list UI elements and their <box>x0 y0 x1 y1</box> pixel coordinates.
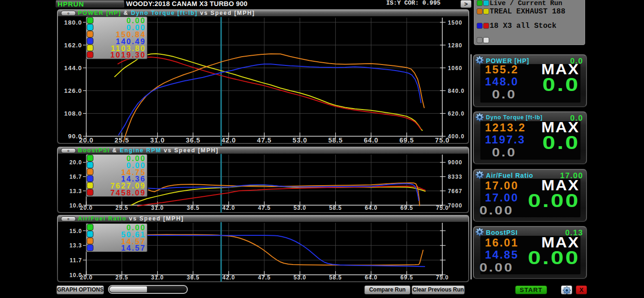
svg-text:42.0: 42.0 <box>222 205 235 211</box>
svg-text:47.5: 47.5 <box>258 205 271 211</box>
svg-text:7458.09: 7458.09 <box>110 188 146 197</box>
svg-text:69.5: 69.5 <box>400 205 413 211</box>
svg-text:1500: 1500 <box>448 19 463 26</box>
svg-text:10.0: 10.0 <box>70 272 82 279</box>
svg-text:15.0: 15.0 <box>70 228 82 234</box>
svg-text:36.5: 36.5 <box>186 136 200 144</box>
svg-text:9000: 9000 <box>448 159 463 166</box>
svg-text:180.0: 180.0 <box>64 19 82 26</box>
svg-text:13.3: 13.3 <box>70 242 82 249</box>
svg-text:47.5: 47.5 <box>257 136 271 144</box>
svg-text:1019.30: 1019.30 <box>110 51 146 59</box>
svg-text:75.0: 75.0 <box>435 136 449 144</box>
svg-text:1280: 1280 <box>448 42 463 49</box>
svg-text:90.0: 90.0 <box>68 133 82 140</box>
svg-text:69.5: 69.5 <box>399 136 414 144</box>
svg-text:14.57: 14.57 <box>121 244 146 252</box>
svg-text:7000: 7000 <box>448 202 463 209</box>
svg-text:108.0: 108.0 <box>64 110 82 117</box>
svg-text:400.0: 400.0 <box>448 133 465 140</box>
svg-text:58.5: 58.5 <box>328 136 343 144</box>
svg-text:8333: 8333 <box>448 174 463 180</box>
svg-text:31.0: 31.0 <box>151 274 164 281</box>
svg-text:53.0: 53.0 <box>293 205 306 211</box>
svg-text:42.0: 42.0 <box>222 274 235 281</box>
svg-text:25.5: 25.5 <box>115 136 129 144</box>
svg-text:16.7: 16.7 <box>70 174 82 180</box>
svg-text:36.5: 36.5 <box>187 205 200 211</box>
svg-text:o: o <box>67 12 69 15</box>
svg-text:53.0: 53.0 <box>293 136 307 144</box>
svg-text:o: o <box>67 149 69 152</box>
svg-text:75.0: 75.0 <box>436 274 449 281</box>
svg-text:Air/Fuel Ratio vs Speed [MPH]: Air/Fuel Ratio vs Speed [MPH] <box>78 215 184 222</box>
svg-text:7667: 7667 <box>448 188 463 194</box>
svg-text:620.0: 620.0 <box>448 110 465 117</box>
svg-text:64.0: 64.0 <box>365 274 378 281</box>
svg-text:13.3: 13.3 <box>70 188 82 194</box>
svg-text:47.5: 47.5 <box>258 274 271 281</box>
svg-text:25.5: 25.5 <box>115 205 128 211</box>
svg-text:126.0: 126.0 <box>64 87 82 94</box>
svg-text:840.0: 840.0 <box>448 88 465 94</box>
svg-text:11.7: 11.7 <box>70 257 82 264</box>
svg-text:10.0: 10.0 <box>70 202 82 209</box>
svg-text:31.0: 31.0 <box>151 205 164 211</box>
svg-text:20.0: 20.0 <box>70 159 82 166</box>
svg-text:64.0: 64.0 <box>364 136 378 144</box>
svg-text:53.0: 53.0 <box>293 274 306 281</box>
svg-text:69.5: 69.5 <box>400 274 413 281</box>
svg-text:162.0: 162.0 <box>64 42 82 49</box>
svg-text:36.5: 36.5 <box>187 274 200 281</box>
svg-text:144.0: 144.0 <box>64 65 82 71</box>
svg-text:42.0: 42.0 <box>221 136 236 144</box>
svg-text:58.5: 58.5 <box>329 205 342 211</box>
svg-text:64.0: 64.0 <box>365 205 378 211</box>
svg-text:31.0: 31.0 <box>150 136 165 144</box>
svg-text:POWER [HP] & Dyno Torque [ft-l: POWER [HP] & Dyno Torque [ft-lb] vs Spee… <box>78 10 255 16</box>
svg-text:1060: 1060 <box>448 65 463 71</box>
svg-text:25.5: 25.5 <box>115 274 128 281</box>
svg-text:o: o <box>67 217 69 220</box>
svg-text:BoostPSI & Engine RPM vs Speed: BoostPSI & Engine RPM vs Speed [MPH] <box>78 147 219 154</box>
svg-text:58.5: 58.5 <box>329 274 342 281</box>
